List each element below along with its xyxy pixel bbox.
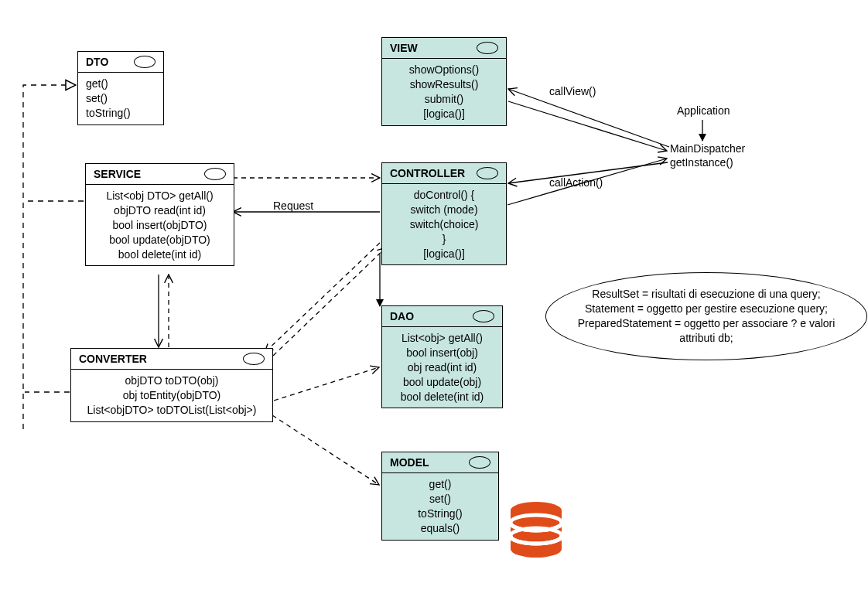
method: obj toEntity(objDTO) [79, 388, 265, 403]
note-line: Statement = oggetto per gestire esecuzio… [563, 302, 849, 316]
class-title: CONVERTER [79, 353, 147, 365]
label-application: Application [677, 104, 730, 117]
method: equals() [390, 521, 490, 536]
label-callview: callView() [549, 85, 596, 97]
class-title: MODEL [390, 456, 429, 469]
class-title: DTO [86, 56, 108, 68]
stereotype-icon [473, 310, 494, 322]
method: toString() [390, 507, 490, 521]
method: bool delete(int id) [390, 390, 494, 404]
method: get() [390, 477, 490, 492]
method: bool update(objDTO) [94, 233, 226, 247]
method: showResults() [390, 77, 498, 92]
method: set() [390, 492, 490, 507]
method: bool insert(objDTO) [94, 218, 226, 233]
method: List<obj DTO> getAll() [94, 189, 226, 203]
class-title: VIEW [390, 42, 418, 54]
diagram-canvas: Controller (top) --> Service (Request) -… [0, 0, 868, 614]
class-converter: CONVERTER objDTO toDTO(obj) obj toEntity… [70, 348, 273, 422]
class-title: DAO [390, 310, 414, 322]
label-getinstance: getInstance() [670, 156, 733, 169]
stereotype-icon [477, 167, 498, 179]
method: bool update(obj) [390, 375, 494, 390]
class-dto: DTO get() set() toString() [77, 51, 164, 125]
stereotype-icon [477, 42, 498, 54]
class-model: MODEL get() set() toString() equals() [381, 452, 499, 541]
method: get() [86, 77, 155, 91]
class-view: VIEW showOptions() showResults() submit(… [381, 37, 507, 126]
label-request: Request [273, 200, 313, 212]
label-maindispatcher: MainDispatcher [670, 142, 745, 155]
note-line: attributi db; [563, 331, 849, 346]
method: toString() [86, 106, 155, 121]
method: switch (mode) [390, 203, 498, 217]
method: [logica()] [390, 107, 498, 121]
class-title: CONTROLLER [390, 167, 465, 179]
stereotype-icon [469, 456, 490, 469]
class-dao: DAO List<obj> getAll() bool insert(obj) … [381, 305, 503, 408]
class-service: SERVICE List<obj DTO> getAll() objDTO re… [85, 163, 234, 266]
method: submit() [390, 92, 498, 107]
class-controller: CONTROLLER doControl() { switch (mode) s… [381, 162, 507, 265]
method: bool delete(int id) [94, 247, 226, 262]
method: obj read(int id) [390, 360, 494, 375]
note-line: ResultSet = risultati di esecuzione di u… [563, 287, 849, 302]
stereotype-icon [243, 353, 265, 365]
method: bool insert(obj) [390, 346, 494, 360]
method: objDTO toDTO(obj) [79, 374, 265, 388]
label-callaction: callAction() [549, 176, 603, 189]
method: showOptions() [390, 63, 498, 77]
method: [logica()] [390, 247, 498, 261]
note-line: PreparedStatement = oggetto per associar… [563, 316, 849, 331]
note-ellipse: ResultSet = risultati di esecuzione di u… [545, 272, 867, 360]
method: List<objDTO> toDTOList(List<obj>) [79, 403, 265, 418]
method: switch(choice) [390, 217, 498, 232]
method: doControl() { [390, 188, 498, 203]
database-icon [509, 501, 563, 563]
class-title: SERVICE [94, 168, 141, 180]
method: } [390, 232, 498, 247]
stereotype-icon [134, 56, 155, 68]
method: set() [86, 91, 155, 106]
method: List<obj> getAll() [390, 331, 494, 346]
method: objDTO read(int id) [94, 203, 226, 218]
stereotype-icon [204, 168, 226, 180]
